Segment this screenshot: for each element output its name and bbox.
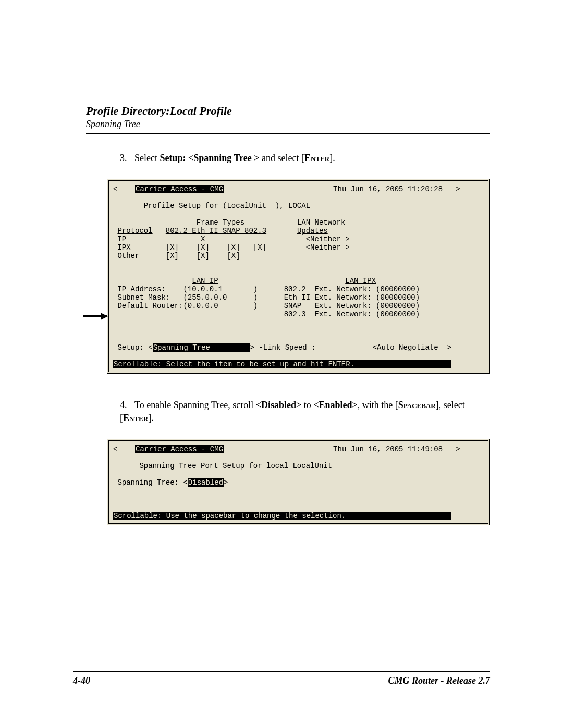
spanning-tree-value[interactable]: Disabled xyxy=(188,478,224,487)
setup-label: Setup: < xyxy=(117,343,152,352)
page-subtitle: Spanning Tree xyxy=(86,119,490,130)
default-router-row: Default Router:(0.0.0.0 ) SNAP Ext. Netw… xyxy=(117,302,420,310)
term2-subtitle: Spanning Tree Port Setup for local Local… xyxy=(139,462,332,470)
lan-ip-hdr: LAN IP xyxy=(192,277,218,285)
term2-datetime: Thu Jun 16, 2005 11:49:08_ > xyxy=(333,445,460,453)
page: Profile Directory:Local Profile Spanning… xyxy=(0,0,563,728)
term2-title: Carrier Access - CMG xyxy=(135,445,224,453)
step4-pre: To enable Spanning Tree, scroll xyxy=(134,400,256,410)
step4-mid1: to xyxy=(301,400,313,410)
protocol-hdr: Protocol xyxy=(117,227,152,235)
step3-bold: Setup: <Spanning Tree > xyxy=(160,153,259,163)
row-ip: IP X <Neither > xyxy=(117,235,349,243)
lan-ipx-hdr: LAN IPX xyxy=(345,277,376,285)
term1-title: Carrier Access - CMG xyxy=(135,185,224,193)
subnet-mask-row: Subnet Mask: (255.0.0.0 ) Eth II Ext. Ne… xyxy=(117,293,420,302)
instruction-step-4: 4.To enable Spanning Tree, scroll <Disab… xyxy=(120,399,490,424)
step4-key1: Spacebar xyxy=(398,400,436,410)
page-number: 4-40 xyxy=(73,675,90,686)
step3-pre: Select xyxy=(134,153,160,163)
setup-value[interactable]: Spanning Tree xyxy=(153,343,250,352)
term1-datetime: Thu Jun 16, 2005 11:20:28_ > xyxy=(333,185,460,193)
term2-help: Scrollable: Use the spacebar to change t… xyxy=(113,512,451,520)
terminal-1-frame: < Carrier Access - CMG Thu Jun 16, 2005 … xyxy=(107,179,490,374)
step3-mid: and select [ xyxy=(260,153,304,163)
term1-help: Scrollable: Select the item to be set up… xyxy=(113,360,451,368)
step-number: 3. xyxy=(120,152,134,164)
step3-post: ]. xyxy=(329,153,335,163)
ipx-8023-row: 802.3 Ext. Network: (00000000) xyxy=(117,310,420,318)
row-ipx: IPX [X] [X] [X] [X] <Neither > xyxy=(117,243,349,252)
header-rule xyxy=(86,133,490,134)
frame-type-cols: 802.2 Eth II SNAP 802.3 xyxy=(166,227,266,235)
page-footer: 4-40 CMG Router - Release 2.7 xyxy=(73,671,490,686)
step4-b2: <Enabled> xyxy=(313,400,358,410)
setup-rest: > -Link Speed : <Auto Negotiate > xyxy=(250,343,451,352)
terminal-1-wrap: < Carrier Access - CMG Thu Jun 16, 2005 … xyxy=(107,179,490,374)
term1-profile-line: Profile Setup for (LocalUnit ), LOCAL xyxy=(144,202,310,210)
page-title: Profile Directory:Local Profile xyxy=(86,104,490,118)
lan-network-hdr: LAN Network xyxy=(297,218,345,227)
pointer-arrow-icon xyxy=(83,315,107,317)
footer-right: CMG Router - Release 2.7 xyxy=(388,675,491,686)
terminal-2: < Carrier Access - CMG Thu Jun 16, 2005 … xyxy=(110,442,487,522)
step4-post: ]. xyxy=(148,413,154,423)
instruction-step-3: 3.Select Setup: <Spanning Tree > and sel… xyxy=(120,152,490,164)
step-number-4: 4. xyxy=(120,399,134,411)
step4-key2: Enter xyxy=(123,413,148,423)
spanning-tree-close: > xyxy=(224,478,228,487)
terminal-2-frame: < Carrier Access - CMG Thu Jun 16, 2005 … xyxy=(107,439,490,525)
footer-rule xyxy=(73,671,490,672)
frame-types-hdr: Frame Types xyxy=(197,218,244,227)
terminal-2-wrap: < Carrier Access - CMG Thu Jun 16, 2005 … xyxy=(107,439,490,525)
terminal-1: < Carrier Access - CMG Thu Jun 16, 2005 … xyxy=(110,182,487,371)
ip-address-row: IP Address: (10.0.0.1 ) 802.2 Ext. Netwo… xyxy=(117,285,420,293)
updates-hdr: Updates xyxy=(297,227,328,235)
spanning-tree-label: Spanning Tree: < xyxy=(117,478,187,487)
step3-key: Enter xyxy=(304,153,329,163)
step4-mid2: , with the [ xyxy=(358,400,398,410)
row-other: Other [X] [X] [X] xyxy=(117,252,240,260)
step4-b1: <Disabled> xyxy=(256,400,302,410)
